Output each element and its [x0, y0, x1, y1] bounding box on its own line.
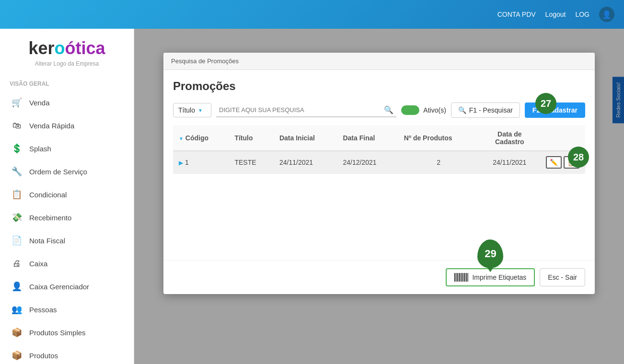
sidebar-item-pessoas[interactable]: 👥 Pessoas: [0, 298, 134, 321]
search-field-selector[interactable]: Título ▼: [173, 103, 211, 117]
sidebar-label-venda-rapida: Venda Rápida: [29, 122, 74, 130]
pesquisar-button[interactable]: 🔍 F1 - Pesquisar: [451, 102, 520, 118]
sidebar-label-recebimento: Recebimento: [29, 214, 71, 222]
col-n-produtos: Nº de Produtos: [398, 125, 479, 151]
sidebar-logo: keroótica Alterar Logo da Empresa: [0, 29, 134, 77]
cell-n-produtos: 2: [398, 151, 479, 174]
recebimento-icon: 💸: [11, 212, 23, 223]
sidebar-item-ordem-servico[interactable]: 🔧 Ordem de Serviço: [0, 160, 134, 183]
sidebar-label-splash: Splash: [29, 145, 51, 153]
condicional-icon: 📋: [11, 189, 23, 200]
toggle-ativo[interactable]: Ativo(s): [401, 105, 446, 115]
sair-button[interactable]: Esc - Sair: [540, 268, 585, 286]
user-icon[interactable]: 👤: [599, 7, 614, 22]
table-header: ▼ Código Título Data Inicial Data Final …: [173, 125, 585, 151]
log-link[interactable]: LOG: [575, 11, 589, 18]
splash-icon: 💲: [11, 143, 23, 154]
barcode-icon: [454, 273, 468, 282]
cell-codigo: 1: [185, 159, 189, 166]
chevron-down-icon: ▼: [198, 108, 203, 113]
sidebar-item-condicional[interactable]: 📋 Condicional: [0, 183, 134, 206]
promotions-table: ▼ Código Título Data Inicial Data Final …: [173, 125, 585, 174]
sort-icon: ▼: [179, 136, 184, 141]
venda-icon: 🛒: [11, 97, 23, 108]
sidebar-label-pessoas: Pessoas: [29, 306, 57, 314]
cell-arrow: ▶ 1: [173, 151, 229, 174]
badge-27: 27: [535, 93, 556, 114]
sidebar-item-caixa-gerenciador[interactable]: 👤 Caixa Gerenciador: [0, 275, 134, 298]
sidebar-item-caixa[interactable]: 🖨 Caixa: [0, 252, 134, 275]
sidebar-label-caixa-gerenciador: Caixa Gerenciador: [29, 283, 89, 291]
search-bar: Título ▼ 🔍 Ativo(s) 🔍 F1 - Pesquisar: [173, 102, 585, 118]
pesquisar-label: F1 - Pesquisar: [469, 106, 513, 114]
cell-data-cadastro: 24/11/2021: [479, 151, 540, 174]
sidebar-label-produtos: Produtos: [29, 352, 58, 360]
pessoas-icon: 👥: [11, 304, 23, 315]
toggle-switch[interactable]: [401, 105, 419, 115]
top-bar-links: CONTA PDV Logout LOG 👤: [497, 7, 614, 22]
toggle-ativo-label: Ativo(s): [423, 106, 446, 114]
col-codigo-label: Código: [185, 134, 208, 142]
modal-body: Promoções Título ▼ 🔍 Ativo(s): [163, 70, 595, 260]
sidebar-label-venda: Venda: [29, 99, 50, 107]
table-empty-space: [173, 174, 585, 250]
modal-footer: 29 Imprime Etiquetas Esc - Sair: [163, 260, 595, 294]
cell-data-final: 24/12/2021: [337, 151, 398, 174]
main-layout: keroótica Alterar Logo da Empresa VISÃO …: [0, 29, 624, 364]
content-area: Redes Sociais! Pesquisa de Promoções Pro…: [134, 29, 624, 364]
sidebar-label-nota-fiscal: Nota Fiscal: [29, 237, 65, 245]
sidebar-label-ordem-servico: Ordem de Serviço: [29, 168, 87, 176]
search-input-wrap: 🔍: [216, 103, 396, 117]
caixa-gerenciador-icon: 👤: [11, 281, 23, 292]
produtos-simples-icon: 📦: [11, 327, 23, 338]
table-row: ▶ 1 TESTE 24/11/2021 24/12/2021 2 24/11/…: [173, 151, 585, 174]
change-logo[interactable]: Alterar Logo da Empresa: [10, 60, 124, 67]
sidebar-label-caixa: Caixa: [29, 260, 47, 268]
produtos-icon: 📦: [11, 350, 23, 361]
imprimir-btn-wrap: 29 Imprime Etiquetas: [446, 268, 535, 286]
table-wrap: ▼ Código Título Data Inicial Data Final …: [173, 125, 585, 174]
table-body: ▶ 1 TESTE 24/11/2021 24/12/2021 2 24/11/…: [173, 151, 585, 174]
sidebar-item-venda-rapida[interactable]: 🛍 Venda Rápida: [0, 114, 134, 137]
field-selector-label: Título: [178, 106, 195, 114]
sidebar-item-produtos[interactable]: 📦 Produtos: [0, 344, 134, 364]
sidebar-item-recebimento[interactable]: 💸 Recebimento: [0, 206, 134, 229]
action-buttons: ✏️ 📋 28: [546, 156, 579, 169]
venda-rapida-icon: 🛍: [11, 120, 23, 131]
sidebar-item-produtos-simples[interactable]: 📦 Produtos Simples: [0, 321, 134, 344]
modal-header-title: Pesquisa de Promoções: [171, 57, 239, 65]
logo: keroótica: [10, 38, 124, 58]
promocoes-modal: Pesquisa de Promoções Promoções Título ▼…: [163, 53, 595, 294]
search-input[interactable]: [219, 106, 381, 114]
search-icon: 🔍: [458, 106, 466, 114]
col-codigo: ▼ Código: [173, 125, 229, 151]
sidebar-label-condicional: Condicional: [29, 191, 67, 199]
caixa-icon: 🖨: [11, 258, 23, 269]
col-data-final: Data Final: [337, 125, 398, 151]
col-data-cadastro: Data deCadastro: [479, 125, 540, 151]
row-arrow-icon: ▶: [179, 159, 183, 166]
top-bar: CONTA PDV Logout LOG 👤: [0, 0, 624, 29]
sidebar-item-nota-fiscal[interactable]: 📄 Nota Fiscal: [0, 229, 134, 252]
col-titulo: Título: [229, 125, 274, 151]
modal-title: Promoções: [173, 80, 585, 93]
logout-link[interactable]: Logout: [545, 11, 566, 18]
edit-button[interactable]: ✏️: [546, 156, 562, 169]
conta-pdv-link[interactable]: CONTA PDV: [497, 11, 536, 18]
imprimir-label: Imprime Etiquetas: [472, 273, 526, 281]
search-icon: 🔍: [384, 105, 393, 114]
sidebar: keroótica Alterar Logo da Empresa VISÃO …: [0, 29, 134, 364]
header-row: ▼ Código Título Data Inicial Data Final …: [173, 125, 585, 151]
nota-fiscal-icon: 📄: [11, 235, 23, 246]
cell-data-inicial: 24/11/2021: [274, 151, 337, 174]
modal-header: Pesquisa de Promoções: [163, 53, 595, 70]
cell-titulo: TESTE: [229, 151, 274, 174]
ordem-servico-icon: 🔧: [11, 166, 23, 177]
cadastrar-btn-wrap: F2 - Cadastrar 27: [525, 102, 585, 118]
col-data-inicial: Data Inicial: [274, 125, 337, 151]
badge-28: 28: [568, 147, 589, 168]
sidebar-item-splash[interactable]: 💲 Splash: [0, 137, 134, 160]
cell-actions: ✏️ 📋 28: [540, 151, 585, 174]
visao-geral-label: VISÃO GERAL: [0, 77, 134, 91]
sidebar-item-venda[interactable]: 🛒 Venda: [0, 91, 134, 114]
